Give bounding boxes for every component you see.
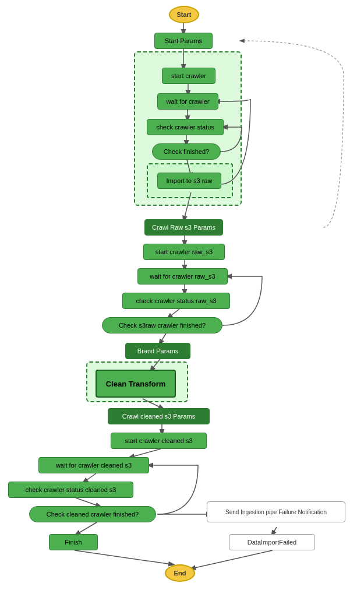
node-send-notification[interactable]: Send Ingestion pipe Failure Notification — [207, 501, 345, 522]
node-data-import-failed[interactable]: DataImportFailed — [229, 534, 315, 550]
node-finish[interactable]: Finish — [49, 534, 98, 550]
node-wait-for-crawler[interactable]: wait for crawler — [157, 93, 218, 110]
svg-line-10 — [169, 309, 179, 317]
node-clean-transform[interactable]: Clean Transform — [96, 370, 176, 398]
node-import-to-s3-raw[interactable]: Import to s3 raw — [157, 173, 221, 189]
node-check-status-raw-s3[interactable]: check crawler status raw_s3 — [122, 293, 230, 309]
svg-line-16 — [84, 473, 96, 482]
node-check-s3raw-finished[interactable]: Check s3raw crawler finished? — [102, 317, 222, 333]
svg-line-15 — [131, 449, 161, 457]
node-crawl-cleaned-s3-params[interactable]: Crawl cleaned s3 Params — [108, 408, 210, 424]
node-crawl-raw-s3-params[interactable]: Crawl Raw s3 Params — [144, 219, 223, 236]
svg-line-21 — [273, 527, 277, 534]
node-check-finished[interactable]: Check finished? — [152, 143, 221, 160]
node-check-crawler-status[interactable]: check crawler status — [147, 119, 224, 135]
svg-line-22 — [192, 550, 273, 568]
svg-line-17 — [76, 498, 99, 506]
node-wait-crawler-cleaned-s3[interactable]: wait for crawler cleaned s3 — [38, 457, 149, 473]
node-check-cleaned-finished[interactable]: Check cleaned crawler finished? — [29, 506, 156, 522]
node-start-crawler[interactable]: start crawler — [162, 68, 215, 84]
node-brand-params[interactable]: Brand Params — [125, 343, 190, 359]
diagram-container: Start Start Params start crawler wait fo… — [0, 0, 364, 597]
node-start[interactable]: Start — [169, 6, 199, 23]
node-check-status-cleaned-s3[interactable]: check crawler status cleaned s3 — [8, 482, 133, 498]
svg-line-19 — [75, 550, 172, 564]
node-start-crawler-raw-s3[interactable]: start crawler raw_s3 — [143, 244, 225, 260]
node-end[interactable]: End — [165, 564, 195, 582]
node-start-crawler-cleaned-s3[interactable]: start crawler cleaned s3 — [111, 433, 207, 449]
node-start-params[interactable]: Start Params — [154, 33, 213, 49]
svg-line-11 — [160, 333, 166, 343]
svg-line-18 — [77, 522, 97, 534]
node-wait-crawler-raw-s3[interactable]: wait for crawler raw_s3 — [137, 268, 228, 285]
